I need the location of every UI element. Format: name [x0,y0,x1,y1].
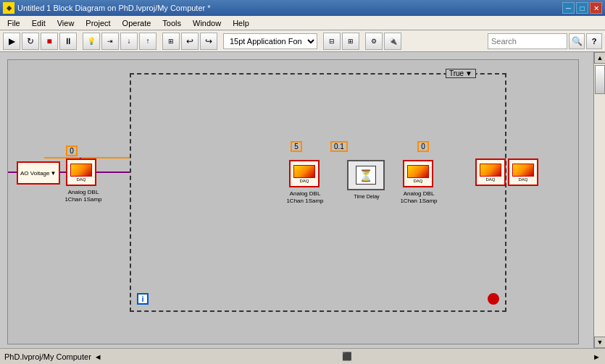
daq-block-right2: DAQ [508,158,538,186]
align-button[interactable]: ⊟ [323,33,341,50]
canvas-area[interactable]: True ▼ 5 0.1 0 DAQ Analog DBL 1Chan 1Sam… [0,52,593,348]
run-continuously-button[interactable]: ↻ [22,33,39,50]
ao-voltage-label: AO Voltage [20,170,49,177]
analog-label-left: Analog DBL 1Chan 1Samp [62,189,105,203]
window-controls: ─ □ ✕ [562,2,602,14]
step-over-button[interactable]: ⇥ [101,33,119,50]
minimize-button[interactable]: ─ [562,2,575,14]
value-box-5[interactable]: 5 [291,141,302,152]
redo-button[interactable]: ↪ [200,33,217,50]
ao-voltage-block: AO Voltage ▼ [17,161,60,185]
scroll-indicator: ⬛ [105,352,590,361]
daq-icon-2 [407,165,429,178]
search-button[interactable]: 🔍 [569,33,585,49]
scroll-track[interactable] [594,64,605,337]
menu-view[interactable]: View [51,17,80,29]
true-label: True ▼ [446,69,476,78]
status-separator: ◄ [94,352,102,361]
hourglass-icon: ⏳ [359,169,373,182]
window-title: Untitled 1 Block Diagram on PhD.lvproj/M… [17,4,562,12]
menu-project[interactable]: Project [80,17,116,29]
app-icon: ◆ [3,2,14,14]
status-bar: PhD.lvproj/My Computer ◄ ⬛ ► [0,348,605,364]
font-selector[interactable]: 15pt Application Font [223,33,317,49]
title-bar: ◆ Untitled 1 Block Diagram on PhD.lvproj… [0,0,605,16]
main-area: True ▼ 5 0.1 0 DAQ Analog DBL 1Chan 1Sam… [0,52,605,348]
daq-icon-left [70,164,92,177]
value-box-01[interactable]: 0.1 [330,141,348,152]
daq-block-right1: DAQ [475,158,506,186]
undo-button[interactable]: ↩ [181,33,199,50]
stop-icon[interactable] [488,293,499,305]
close-button[interactable]: ✕ [590,2,602,14]
pause-button[interactable]: ⏸ [59,33,77,50]
search-input[interactable] [488,33,567,49]
scroll-thumb[interactable] [595,65,605,94]
toolbar: ▶ ↻ ■ ⏸ 💡 ⇥ ↓ ↑ ⊞ ↩ ↪ 15pt Application F… [0,30,605,52]
menu-edit[interactable]: Edit [26,17,51,29]
abort-button[interactable]: ■ [41,33,58,50]
menu-help[interactable]: Help [227,17,255,29]
menu-tools[interactable]: Tools [157,17,187,29]
daq-icon-1 [293,165,315,178]
menu-bar: File Edit View Project Operate Tools Win… [0,16,605,30]
menu-file[interactable]: File [1,17,26,29]
run-button[interactable]: ▶ [3,33,20,50]
analog-label-1: Analog DBL 1Chan 1Samp [283,190,327,204]
analog-label-3: Analog DBL 1Chan 1Samp [397,190,441,204]
value-box-0-left[interactable]: 0 [66,145,78,156]
project-path: PhD.lvproj/My Computer [4,352,91,361]
daq-icon-right1 [480,164,501,177]
scroll-up-button[interactable]: ▲ [594,52,605,64]
time-delay-label: Time Delay [343,194,391,200]
daq-block-left: DAQ [66,158,96,186]
daq-block-2: DAQ [403,160,433,187]
highlight-button[interactable]: 💡 [83,33,100,50]
distribute-button[interactable]: ⊞ [342,33,359,50]
daq-block-1: DAQ [289,160,320,187]
diagram-canvas: True ▼ 5 0.1 0 DAQ Analog DBL 1Chan 1Sam… [7,59,579,344]
help-button[interactable]: ? [586,33,602,49]
configure-button[interactable]: ⚙ [365,33,383,50]
clean-diagram-button[interactable]: ⊞ [162,33,180,50]
time-delay-block: ⏳ [347,160,385,190]
wiring-button[interactable]: 🔌 [384,33,401,50]
status-right-arrow: ► [593,352,601,361]
info-icon[interactable]: i [137,293,149,305]
menu-window[interactable]: Window [187,17,227,29]
scroll-down-button[interactable]: ▼ [594,337,605,348]
menu-operate[interactable]: Operate [117,17,157,29]
maximize-button[interactable]: □ [576,2,588,14]
step-out-button[interactable]: ↑ [139,33,157,50]
while-loop-frame: True ▼ 5 0.1 0 DAQ Analog DBL 1Chan 1Sam… [130,73,506,312]
value-box-0-right[interactable]: 0 [417,141,429,152]
daq-icon-right2 [512,164,534,177]
step-into-button[interactable]: ↓ [120,33,138,50]
time-delay-icon: ⏳ [356,166,376,185]
vertical-scrollbar[interactable]: ▲ ▼ [593,52,605,348]
